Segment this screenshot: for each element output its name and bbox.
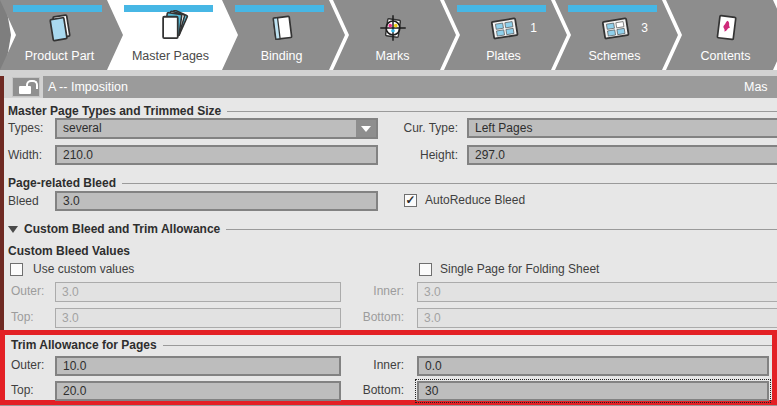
types-value: several	[57, 120, 356, 137]
autoreduce-bleed-checkbox[interactable]: ✓	[404, 194, 417, 207]
panel-title-bar: A -- Imposition Mas	[43, 76, 777, 98]
custom-outer-field	[55, 282, 341, 302]
binding-icon	[238, 10, 325, 46]
section-trim-allowance: Trim Allowance for Pages	[11, 338, 772, 352]
types-combobox[interactable]: several	[55, 118, 378, 139]
custom-bottom-field	[417, 308, 777, 328]
section-rule	[163, 345, 772, 346]
trim-inner-label: Inner:	[336, 355, 404, 376]
tab-count-badge: 1	[530, 21, 537, 35]
tab-label: Schemes	[569, 49, 660, 63]
bleed-field[interactable]	[55, 191, 378, 211]
use-custom-values-label: Use custom values	[33, 262, 134, 277]
tab-product-part[interactable]: Product Part	[0, 0, 123, 70]
trim-top-field[interactable]	[55, 381, 341, 401]
tab-master-pages[interactable]: Master Pages	[111, 0, 234, 70]
trim-outer-field[interactable]	[55, 356, 341, 376]
tab-label: Master Pages	[125, 49, 216, 63]
highlight-annotation-box: Trim Allowance for Pages Outer: Inner: T…	[0, 330, 777, 405]
section-rule	[122, 183, 777, 184]
custom-outer-label: Outer:	[11, 281, 44, 302]
tab-contents[interactable]: Contents	[666, 0, 777, 70]
custom-inner-label: Inner:	[336, 281, 404, 302]
header-right-text: Mas	[744, 76, 768, 98]
section-title: Trim Allowance for Pages	[11, 338, 157, 352]
section-title: Custom Bleed and Trim Allowance	[24, 222, 220, 236]
application-window: Product Part Master Pages	[0, 0, 777, 406]
section-rule	[227, 111, 777, 112]
section-rule	[226, 229, 777, 230]
custom-top-label: Top:	[11, 307, 34, 328]
width-label: Width:	[8, 145, 42, 166]
custom-bottom-label: Bottom:	[336, 307, 404, 328]
tab-label: Plates	[458, 49, 549, 63]
types-label: Types:	[8, 118, 43, 139]
custom-top-field	[55, 308, 341, 328]
tab-label: Product Part	[14, 49, 105, 63]
marks-icon	[349, 10, 436, 46]
trim-outer-label: Outer:	[11, 355, 44, 376]
cur-type-label: Cur. Type:	[392, 118, 458, 139]
section-master-page-types: Master Page Types and Trimmed Size	[8, 104, 777, 118]
tab-count-badge: 3	[641, 21, 648, 35]
trim-bottom-label: Bottom:	[336, 380, 404, 401]
subsection-custom-bleed-values: Custom Bleed Values	[8, 244, 777, 258]
tab-label: Binding	[236, 49, 327, 63]
custom-inner-field	[417, 282, 777, 302]
tab-schemes[interactable]: 3 Schemes	[555, 0, 678, 70]
collapse-arrow-icon[interactable]	[8, 226, 18, 233]
wizard-tab-bar: Product Part Master Pages	[0, 0, 777, 70]
single-page-label: Single Page for Folding Sheet	[440, 262, 599, 277]
trim-inner-field[interactable]	[417, 356, 769, 376]
tab-label: Contents	[680, 49, 771, 63]
height-field[interactable]	[467, 145, 777, 165]
cur-type-field[interactable]	[467, 118, 777, 138]
master-pages-icon	[127, 10, 214, 46]
section-title: Master Page Types and Trimmed Size	[8, 104, 221, 118]
panel-title: A -- Imposition	[48, 76, 128, 98]
tab-label: Marks	[347, 49, 438, 63]
product-part-icon	[16, 10, 103, 46]
subsection-title: Custom Bleed Values	[8, 244, 130, 258]
combobox-dropdown-button[interactable]	[356, 120, 376, 137]
use-custom-values-checkbox[interactable]	[10, 263, 23, 276]
tab-plates[interactable]: 1 Plates	[444, 0, 567, 70]
autoreduce-bleed-label: AutoReduce Bleed	[425, 193, 525, 208]
product-part-color-stripe	[0, 76, 4, 330]
trim-bottom-field-focused[interactable]	[417, 381, 769, 401]
chevron-down-icon	[361, 126, 371, 132]
section-custom-bleed-trim: Custom Bleed and Trim Allowance	[8, 222, 777, 236]
height-label: Height:	[392, 145, 458, 166]
tab-marks[interactable]: Marks	[333, 0, 456, 70]
checkmark-icon: ✓	[405, 193, 415, 207]
width-field[interactable]	[55, 145, 378, 165]
trim-top-label: Top:	[11, 380, 34, 401]
section-title: Page-related Bleed	[8, 176, 116, 190]
lock-button[interactable]	[12, 77, 40, 97]
bleed-label: Bleed	[8, 191, 39, 212]
single-page-checkbox[interactable]	[419, 263, 432, 276]
section-page-related-bleed: Page-related Bleed	[8, 176, 777, 190]
contents-pdf-icon	[682, 10, 769, 46]
tab-binding[interactable]: Binding	[222, 0, 345, 70]
